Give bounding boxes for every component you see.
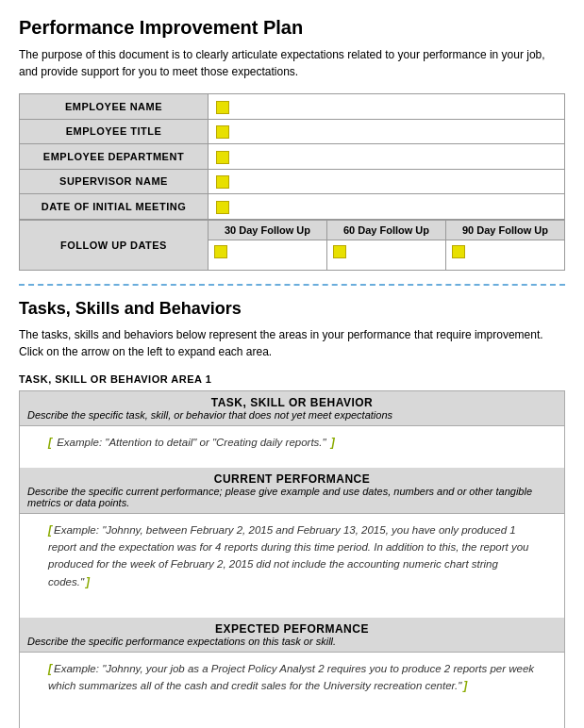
- followup-table: FOLLOW UP DATES 30 Day Follow Up 60 Day …: [19, 220, 565, 271]
- current-perf-input[interactable]: [Example: "Johnny, between February 2, 2…: [20, 514, 564, 618]
- example-text-2: Example: "Johnny, between February 2, 20…: [48, 524, 528, 587]
- followup-col-2: 60 Day Follow Up: [327, 220, 446, 240]
- followup-input-90[interactable]: [446, 240, 565, 270]
- section-subtitle-1: Describe the specific task, skill, or be…: [27, 409, 557, 421]
- field-label-1: EMPLOYEE TITLE: [20, 119, 209, 144]
- bracket-left-2: [: [48, 523, 52, 537]
- followup-col-1: 30 Day Follow Up: [209, 220, 327, 240]
- example-text-1: Example: "Attention to detail" or "Creat…: [54, 437, 329, 448]
- followup-input-60[interactable]: [327, 240, 446, 270]
- field-label-3: SUPERVISOR NAME: [20, 169, 209, 194]
- task-skill-input[interactable]: [ Example: "Attention to detail" or "Cre…: [20, 426, 564, 468]
- bracket-right-3: ]: [463, 679, 467, 692]
- current-perf-header: CURRENT PERFORMANCE Describe the specifi…: [20, 468, 564, 514]
- section-title-2: CURRENT PERFORMANCE: [27, 472, 557, 486]
- page-title: Performance Improvement Plan: [19, 17, 565, 39]
- section-subtitle-3: Describe the specific performance expect…: [27, 636, 557, 647]
- field-input-0[interactable]: [209, 94, 565, 120]
- field-label-4: DATE OF INITIAL MEETING: [20, 194, 209, 220]
- section-subtitle-2: Describe the specific current performanc…: [27, 486, 557, 508]
- bracket-right-1: ]: [331, 436, 335, 449]
- field-input-3[interactable]: [209, 169, 565, 194]
- bracket-left-1: [: [48, 436, 52, 449]
- task-card-1: TASK, SKILL OR BEHAVIOR Describe the spe…: [19, 390, 565, 728]
- intro-text: The purpose of this document is to clear…: [19, 46, 565, 80]
- followup-input-30[interactable]: [209, 240, 327, 270]
- tasks-title: Tasks, Skills and Behaviors: [19, 299, 565, 319]
- task-skill-header: TASK, SKILL OR BEHAVIOR Describe the spe…: [20, 391, 564, 426]
- expected-perf-input[interactable]: [Example: "Johnny, your job as a Project…: [20, 653, 564, 728]
- followup-col-3: 90 Day Follow Up: [446, 220, 565, 240]
- field-input-1[interactable]: [209, 119, 565, 144]
- expected-perf-header: EXPECTED PEFORMANCE Describe the specifi…: [20, 618, 564, 653]
- tasks-intro: The tasks, skills and behaviors below re…: [19, 326, 565, 360]
- field-input-2[interactable]: [209, 144, 565, 170]
- section-title-3: EXPECTED PEFORMANCE: [27, 622, 557, 636]
- bracket-right-2: ]: [86, 575, 90, 588]
- field-label-2: EMPLOYEE DEPARTMENT: [20, 144, 209, 170]
- example-text-3: Example: "Johnny, your job as a Project …: [48, 663, 534, 691]
- area-label: TASK, SKILL OR BEHAVIOR AREA 1: [19, 373, 565, 385]
- section-title-1: TASK, SKILL OR BEHAVIOR: [27, 396, 557, 409]
- field-label-0: EMPLOYEE NAME: [20, 94, 209, 120]
- field-input-4[interactable]: [209, 194, 565, 220]
- info-table: EMPLOYEE NAMEEMPLOYEE TITLEEMPLOYEE DEPA…: [19, 93, 565, 220]
- section-divider: [19, 284, 565, 286]
- bracket-left-3: [: [48, 662, 52, 675]
- followup-label: FOLLOW UP DATES: [20, 220, 209, 270]
